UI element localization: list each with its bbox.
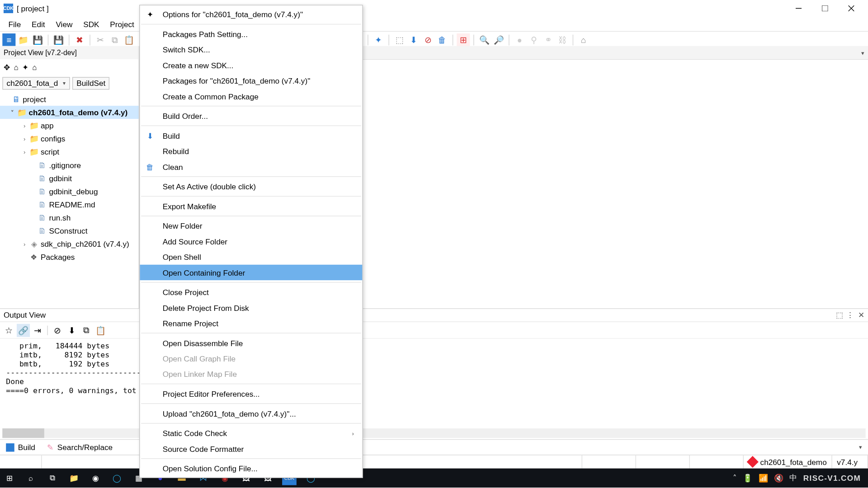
- tool-paste-icon[interactable]: 📋: [123, 33, 136, 47]
- ctx-rename-project[interactable]: Rename Project: [140, 315, 362, 331]
- taskview-icon[interactable]: ⧉: [45, 471, 60, 485]
- ctx-rebuild[interactable]: Rebuild: [140, 143, 362, 159]
- explorer-icon[interactable]: 📁: [67, 471, 81, 485]
- ctx-switch-sdk[interactable]: Switch SDK...: [140, 42, 362, 57]
- ctx-clean[interactable]: 🗑Clean: [140, 159, 362, 174]
- tool-home-icon[interactable]: ⌂: [577, 33, 590, 47]
- tool-cube-icon[interactable]: ⬚: [393, 33, 406, 47]
- ctx-packages-for[interactable]: Packages for "ch2601_fota_demo (v7.4.y)": [140, 73, 362, 88]
- out-clear-icon[interactable]: ⊘: [51, 324, 64, 337]
- menu-edit[interactable]: Edit: [27, 18, 50, 29]
- ctx-new-folder[interactable]: New Folder: [140, 218, 362, 234]
- ctx-options[interactable]: ✦Options for "ch2601_fota_demo (v7.4.y)": [140, 7, 362, 22]
- ctx-editor-prefs[interactable]: Project Editor Preferences...: [140, 386, 362, 401]
- project-tree[interactable]: ▸🖥project ˅📁ch2601_fota_demo (v7.4.y) ›📁…: [0, 91, 139, 263]
- out-save-icon[interactable]: ⬇: [65, 324, 78, 337]
- tool-close-icon[interactable]: ✖: [73, 33, 86, 47]
- ctx-build[interactable]: ⬇Build: [140, 128, 362, 143]
- out-paste-icon[interactable]: 📋: [94, 324, 107, 337]
- ctx-common-package[interactable]: Create a Common Package: [140, 89, 362, 104]
- out-copy-icon[interactable]: ⧉: [80, 324, 93, 337]
- tree-gdbinit-debug[interactable]: 🗎gdbinit_debug: [0, 185, 139, 198]
- tray-ime-icon[interactable]: 中: [789, 473, 797, 483]
- tool-link1-icon[interactable]: ⚲: [527, 33, 540, 47]
- out-star-icon[interactable]: ☆: [2, 324, 15, 337]
- output-tab-search[interactable]: ✎Search/Replace: [41, 441, 118, 454]
- ctx-upload[interactable]: Upload "ch2601_fota_demo (v7.4.y)"...: [140, 406, 362, 421]
- output-dropdown-icon[interactable]: ▾: [859, 444, 868, 450]
- project-combo[interactable]: ch2601_fota_d▾: [2, 77, 70, 89]
- tool-link3-icon[interactable]: ⛓: [556, 33, 569, 47]
- tray-wifi-icon[interactable]: 📶: [759, 474, 768, 483]
- pv-home-icon[interactable]: ⌂: [14, 62, 18, 71]
- output-menu-icon[interactable]: ⋮: [846, 311, 854, 320]
- tool-stop-icon[interactable]: ⊘: [421, 33, 434, 47]
- ctx-add-source-folder[interactable]: Add Source Folder: [140, 234, 362, 249]
- menu-view[interactable]: View: [51, 18, 77, 29]
- ctx-open-disassemble[interactable]: Open Disassemble File: [140, 335, 362, 351]
- start-button[interactable]: ⊞: [2, 471, 17, 485]
- maximize-button[interactable]: [812, 0, 838, 17]
- tree-gdbinit[interactable]: 🗎gdbinit: [0, 172, 139, 185]
- chrome-icon[interactable]: ◉: [89, 471, 103, 485]
- menu-file[interactable]: File: [4, 18, 26, 29]
- output-scrollbar[interactable]: [2, 428, 865, 438]
- tree-app[interactable]: ›📁app: [0, 119, 139, 132]
- tool-zoomout-icon[interactable]: 🔎: [492, 33, 505, 47]
- menu-sdk[interactable]: SDK: [79, 18, 104, 29]
- tray-battery-icon[interactable]: 🔋: [743, 474, 752, 483]
- out-link-icon[interactable]: 🔗: [17, 324, 30, 337]
- output-text[interactable]: prim, 184444 bytes imtb, 8192 bytes bmtb…: [0, 339, 868, 398]
- pv-arrow-icon[interactable]: ✥: [4, 62, 10, 71]
- close-button[interactable]: [838, 0, 864, 17]
- tree-packages[interactable]: ❖Packages: [0, 250, 139, 263]
- tool-zoomin-icon[interactable]: 🔍: [478, 33, 491, 47]
- ctx-new-sdk[interactable]: Create a new SDK...: [140, 57, 362, 73]
- ctx-code-formatter[interactable]: Source Code Formatter: [140, 441, 362, 456]
- out-wrap-icon[interactable]: ⇥: [31, 324, 44, 337]
- tree-readme[interactable]: 🗎README.md: [0, 198, 139, 211]
- tree-root[interactable]: ▸🖥project: [0, 93, 139, 106]
- pv-options-icon[interactable]: ✦: [22, 62, 29, 71]
- search-icon[interactable]: ⌕: [24, 471, 38, 485]
- buildset-combo[interactable]: BuildSet: [72, 77, 110, 89]
- menu-project[interactable]: Project: [105, 18, 139, 29]
- tool-download-icon[interactable]: ⬇: [407, 33, 420, 47]
- tree-gitignore[interactable]: 🗎.gitignore: [0, 158, 139, 171]
- pv-home2-icon[interactable]: ⌂: [32, 62, 37, 71]
- tool-open-icon[interactable]: 📁: [17, 33, 30, 47]
- tool-link2-icon[interactable]: ⚭: [542, 33, 555, 47]
- ctx-static-code-check[interactable]: Static Code Check›: [140, 425, 362, 441]
- tool-saveall-icon[interactable]: 💾: [52, 33, 65, 47]
- tool-trash-icon[interactable]: 🗑: [436, 33, 449, 47]
- ctx-open-containing-folder[interactable]: Open Containing Folder: [140, 265, 362, 280]
- ctx-open-shell[interactable]: Open Shell: [140, 249, 362, 264]
- ctx-export-makefile[interactable]: Export Makefile: [140, 198, 362, 214]
- app-icon-1[interactable]: ◯: [110, 471, 124, 485]
- ctx-set-active[interactable]: Set As Active (double click): [140, 178, 362, 194]
- ctx-close-project[interactable]: Close Project: [140, 284, 362, 300]
- output-restore-icon[interactable]: ⬚: [836, 311, 843, 320]
- output-close-icon[interactable]: ✕: [858, 311, 865, 320]
- tree-runsh[interactable]: 🗎run.sh: [0, 211, 139, 224]
- tool-grid-icon[interactable]: ⊞: [457, 33, 470, 47]
- ctx-build-order[interactable]: Build Order...: [140, 108, 362, 123]
- ctx-packages-path[interactable]: Packages Path Setting...: [140, 26, 362, 42]
- tool-dot-icon[interactable]: ●: [513, 33, 526, 47]
- tree-configs[interactable]: ›📁configs: [0, 132, 139, 145]
- tool-cut-icon[interactable]: ✂: [94, 33, 107, 47]
- tray-volume-icon[interactable]: 🔇: [774, 474, 783, 483]
- editor-dropdown-icon[interactable]: ▾: [861, 49, 864, 56]
- tree-project[interactable]: ˅📁ch2601_fota_demo (v7.4.y): [0, 106, 139, 119]
- tree-script[interactable]: ›📁script: [0, 145, 139, 158]
- ctx-delete-project[interactable]: Delete Project From Disk: [140, 300, 362, 315]
- tool-magic-icon[interactable]: ✦: [372, 33, 385, 47]
- tray-expand-icon[interactable]: ˄: [733, 474, 737, 483]
- minimize-button[interactable]: [786, 0, 812, 17]
- output-tab-build[interactable]: Build: [0, 441, 41, 454]
- tool-copy-icon[interactable]: ⧉: [108, 33, 121, 47]
- tree-sdkchip[interactable]: ›◈sdk_chip_ch2601 (v7.4.y): [0, 237, 139, 250]
- tool-save-icon[interactable]: 💾: [31, 33, 44, 47]
- tool-newfile-icon[interactable]: ≡: [2, 33, 15, 47]
- tree-sconstruct[interactable]: 🗎SConstruct: [0, 224, 139, 237]
